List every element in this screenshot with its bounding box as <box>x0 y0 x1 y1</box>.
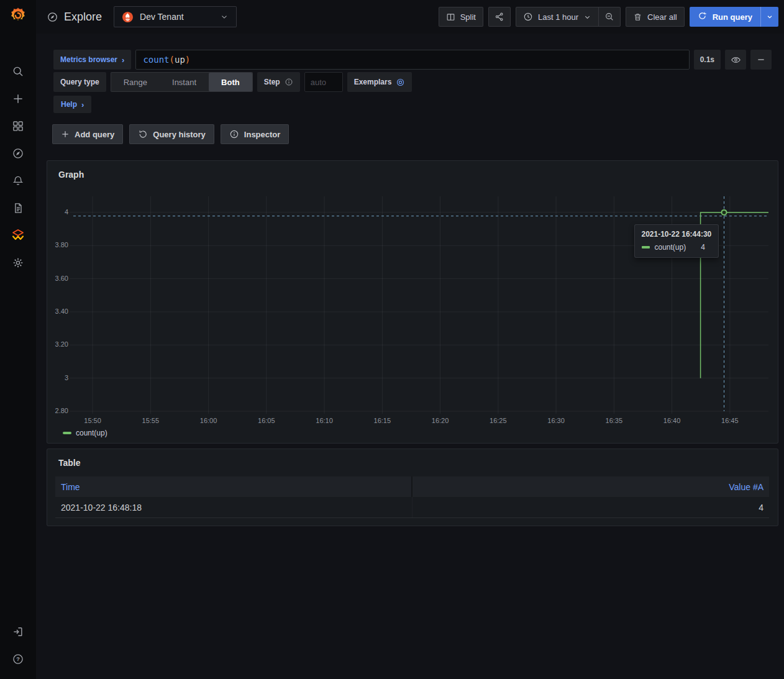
query-type-segmented-control: Range Instant Both <box>111 72 253 92</box>
chevron-down-icon <box>766 13 773 21</box>
graph-panel: Graph 2021-10-22 16:44:30 count(up) 4 43… <box>47 160 778 444</box>
step-chip: Step <box>257 72 300 92</box>
query-elapsed-badge: 0.1s <box>694 50 721 70</box>
add-query-button[interactable]: Add query <box>52 124 123 144</box>
tooltip-series-name: count(up) <box>655 243 686 252</box>
inspector-button[interactable]: Inspector <box>221 124 289 144</box>
page-title: Explore <box>47 11 102 24</box>
add-query-label: Add query <box>75 130 114 139</box>
split-button[interactable]: Split <box>439 7 483 27</box>
sidebar-bottom: ? <box>4 618 32 679</box>
query-expression-input[interactable]: count(up) <box>135 50 689 70</box>
legend-series-swatch <box>63 432 71 434</box>
help-row: Help › <box>53 96 91 113</box>
tooltip-time: 2021-10-22 16:44:30 <box>642 230 712 239</box>
inspector-label: Inspector <box>244 130 281 139</box>
query-options-row: Query type Range Instant Both Step Exemp… <box>53 72 412 92</box>
mimir-icon <box>11 228 25 243</box>
exemplars-label: Exemplars <box>354 78 392 86</box>
exemplars-chip: Exemplars <box>347 72 413 92</box>
sidebar-item-create[interactable] <box>4 85 32 112</box>
step-label: Step <box>264 78 280 86</box>
table-column-time[interactable]: Time <box>55 476 413 497</box>
x-tick-label: 16:15 <box>366 417 398 424</box>
plus-icon <box>61 130 70 139</box>
help-button[interactable]: Help › <box>53 96 91 113</box>
remove-query-button[interactable] <box>750 50 772 70</box>
query-type-option-instant[interactable]: Instant <box>160 73 209 91</box>
x-tick-label: 16:30 <box>540 417 572 424</box>
run-query-caret[interactable] <box>760 7 778 27</box>
metrics-browser-button[interactable]: Metrics browser › <box>53 50 131 70</box>
info-circle-icon <box>285 78 293 86</box>
x-tick-label: 16:45 <box>714 417 746 424</box>
plus-icon <box>12 93 24 105</box>
sidebar-item-settings[interactable] <box>4 249 32 276</box>
compass-icon <box>12 147 24 160</box>
grafana-flame-icon <box>9 6 27 25</box>
datasource-picker[interactable]: Dev Tenant <box>114 6 237 27</box>
run-query-label: Run query <box>713 12 752 22</box>
zoom-out-button[interactable] <box>598 7 621 27</box>
sidebar-item-alerting[interactable] <box>4 167 32 194</box>
sync-icon <box>698 11 707 22</box>
share-icon <box>495 12 504 22</box>
sidebar-item-dashboards[interactable] <box>4 112 32 140</box>
y-tick-label: 3.20 <box>42 340 68 348</box>
plot-area[interactable]: 2021-10-22 16:44:30 count(up) 4 43.803.6… <box>73 196 768 411</box>
chevron-down-icon <box>583 13 591 21</box>
y-tick-label: 4 <box>42 208 68 216</box>
document-icon <box>12 202 24 214</box>
exemplars-toggle-icon[interactable] <box>396 78 405 87</box>
help-icon: ? <box>12 653 24 665</box>
y-tick-label: 3 <box>42 374 68 381</box>
sign-in-icon <box>12 626 24 638</box>
time-range-button[interactable]: Last 1 hour <box>516 7 598 27</box>
chevron-down-icon <box>220 12 229 21</box>
toggle-query-visibility-button[interactable] <box>725 50 746 70</box>
tooltip-series-row: count(up) 4 <box>642 243 712 252</box>
x-tick-label: 16:20 <box>424 417 457 424</box>
legend-item[interactable]: count(up) <box>63 429 107 437</box>
graph-tooltip: 2021-10-22 16:44:30 count(up) 4 <box>634 224 719 258</box>
chevron-right-icon: › <box>122 56 124 64</box>
table-panel: Table Time Value #A 2021-10-22 16:48:18 … <box>47 449 778 526</box>
sidebar-item-explore[interactable] <box>4 140 32 167</box>
tooltip-series-swatch <box>642 246 650 248</box>
eye-icon <box>731 55 741 65</box>
search-icon <box>12 65 24 78</box>
query-type-option-both[interactable]: Both <box>209 73 252 91</box>
share-button[interactable] <box>488 7 511 27</box>
sidebar-item-sign-in[interactable] <box>4 618 32 645</box>
legend-series-label: count(up) <box>76 429 107 437</box>
sidebar-item-help[interactable]: ? <box>4 645 32 673</box>
zoom-out-icon <box>604 12 614 22</box>
sidebar-item-search[interactable] <box>4 58 32 85</box>
x-tick-label: 15:55 <box>134 417 166 424</box>
clear-all-label: Clear all <box>647 12 677 22</box>
x-tick-label: 16:05 <box>250 417 283 424</box>
step-input[interactable] <box>304 72 343 92</box>
query-history-button[interactable]: Query history <box>129 124 214 144</box>
clear-all-button[interactable]: Clear all <box>626 7 685 27</box>
sidebar-menu <box>4 58 32 276</box>
sidebar-item-docs[interactable] <box>4 194 32 222</box>
graph-panel-title: Graph <box>58 170 84 180</box>
gear-icon <box>12 257 24 269</box>
run-query-button[interactable]: Run query <box>690 7 760 27</box>
query-paren-open: ( <box>170 55 175 65</box>
chevron-right-icon: › <box>81 101 84 109</box>
table-cell-time: 2021-10-22 16:48:18 <box>55 497 413 517</box>
datasource-label: Dev Tenant <box>140 12 184 22</box>
query-function: count <box>143 55 169 65</box>
query-type-option-range[interactable]: Range <box>111 73 160 91</box>
table-column-value[interactable]: Value #A <box>413 476 770 497</box>
sidebar-item-mimir[interactable] <box>4 222 32 249</box>
x-tick-label: 15:50 <box>76 417 109 424</box>
explore-compass-icon <box>47 11 58 23</box>
y-tick-label: 2.80 <box>42 407 68 414</box>
svg-text:?: ? <box>16 656 20 662</box>
grafana-logo[interactable] <box>4 2 32 29</box>
query-actions-row: Add query Query history Inspector <box>52 124 289 144</box>
prometheus-icon <box>122 11 134 23</box>
